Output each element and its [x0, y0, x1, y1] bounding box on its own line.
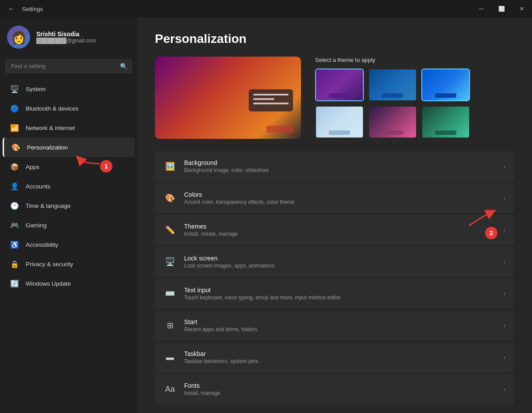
theme-thumb-5[interactable] — [368, 106, 417, 138]
sidebar-item-bluetooth[interactable]: 🔵 Bluetooth & devices — [3, 99, 135, 118]
nav-list: 🖥️ System 🔵 Bluetooth & devices 📶 Networ… — [0, 79, 137, 293]
textinput-text: Text input Touch keyboard, voice typing,… — [184, 287, 495, 301]
sidebar-item-accessibility[interactable]: ♿ Accessibility — [3, 235, 135, 254]
sidebar-item-time[interactable]: 🕐 Time & language — [3, 196, 135, 215]
settings-item-background[interactable]: 🖼️ Background Background image, color, s… — [155, 151, 514, 181]
theme-thumb-4[interactable] — [315, 106, 364, 138]
theme-preview-taskbar — [266, 126, 293, 133]
search-icon: 🔍 — [120, 63, 127, 70]
lockscreen-title: Lock screen — [184, 255, 495, 262]
titlebar: ← Settings — ⬜ ✕ — [0, 0, 532, 18]
sidebar-label-accessibility: Accessibility — [26, 241, 58, 248]
sidebar-item-network[interactable]: 📶 Network & internet — [3, 118, 135, 138]
minimize-button[interactable]: — — [471, 0, 491, 18]
sidebar-item-personalization[interactable]: 🎨 Personalization — [3, 138, 135, 157]
settings-item-textinput[interactable]: ⌨️ Text input Touch keyboard, voice typi… — [155, 279, 514, 309]
sidebar-label-bluetooth: Bluetooth & devices — [26, 105, 78, 112]
search-input[interactable] — [5, 59, 132, 73]
settings-item-colors[interactable]: 🎨 Colors Accent color, transparency effe… — [155, 183, 514, 213]
preview-bar-1 — [253, 94, 289, 96]
textinput-desc: Touch keyboard, voice typing, emoji and … — [184, 294, 495, 301]
themes-title: Themes — [184, 223, 495, 230]
start-chevron: › — [503, 322, 505, 329]
fonts-chevron: › — [503, 386, 505, 393]
sidebar-label-network: Network & internet — [26, 125, 75, 131]
lockscreen-desc: Lock screen images, apps, animations — [184, 263, 495, 269]
textinput-chevron: › — [503, 290, 505, 297]
theme-thumb-3[interactable] — [421, 69, 470, 101]
colors-chevron: › — [503, 195, 505, 202]
page-title: Personalization — [155, 32, 514, 46]
background-text: Background Background image, color, slid… — [184, 159, 495, 173]
themes-chevron: › — [503, 226, 505, 233]
sidebar-label-gaming: Gaming — [26, 222, 46, 229]
sidebar-label-privacy: Privacy & security — [26, 261, 73, 268]
taskbar-title: Taskbar — [184, 350, 495, 357]
close-button[interactable]: ✕ — [512, 0, 532, 18]
background-desc: Background image, color, slideshow — [184, 167, 495, 173]
textinput-title: Text input — [184, 287, 495, 294]
theme-section: Select a theme to apply — [155, 57, 514, 139]
settings-item-start[interactable]: ⊞ Start Recent apps and items, folders › — [155, 310, 514, 340]
theme-thumb-1[interactable] — [315, 69, 364, 101]
apps-icon: 📦 — [10, 162, 19, 172]
taskbar-desc: Taskbar behaviors, system pins — [184, 358, 495, 364]
sidebar-label-apps: Apps — [26, 164, 39, 170]
annotation-1: 1 — [100, 160, 112, 172]
system-icon: 🖥️ — [10, 84, 19, 94]
colors-icon: 🎨 — [164, 192, 176, 204]
themes-text: Themes Install, create, manage — [184, 223, 495, 237]
theme-preview-overlay — [249, 89, 293, 111]
settings-item-themes[interactable]: ✏️ Themes Install, create, manage › — [155, 215, 514, 245]
titlebar-left: ← Settings — [5, 4, 43, 14]
settings-item-taskbar[interactable]: ▬ Taskbar Taskbar behaviors, system pins… — [155, 342, 514, 372]
theme-thumb-2[interactable] — [368, 69, 417, 101]
sidebar-label-accounts: Accounts — [26, 183, 50, 190]
sidebar-label-update: Windows Update — [26, 280, 71, 287]
sidebar-item-system[interactable]: 🖥️ System — [3, 79, 135, 99]
user-name: Srishti Sisodia — [36, 31, 96, 38]
user-email: ████████@gmail.com — [36, 38, 96, 44]
avatar: 👩 — [7, 26, 30, 49]
theme-grid — [315, 69, 514, 138]
start-text: Start Recent apps and items, folders — [184, 318, 495, 333]
background-icon: 🖼️ — [164, 160, 176, 172]
settings-item-lockscreen[interactable]: 🖥️ Lock screen Lock screen images, apps,… — [155, 247, 514, 277]
themes-desc: Install, create, manage — [184, 231, 495, 237]
lockscreen-icon: 🖥️ — [164, 256, 176, 268]
user-info: Srishti Sisodia ████████@gmail.com — [36, 31, 96, 44]
colors-title: Colors — [184, 191, 495, 198]
sidebar-item-apps[interactable]: 📦 Apps — [3, 157, 135, 176]
lockscreen-chevron: › — [503, 258, 505, 265]
sidebar-item-privacy[interactable]: 🔒 Privacy & security — [3, 254, 135, 274]
accessibility-icon: ♿ — [10, 240, 19, 249]
colors-desc: Accent color, transparency effects, colo… — [184, 199, 495, 205]
fonts-icon: Aa — [164, 383, 176, 395]
settings-item-fonts[interactable]: Aa Fonts Install, manage › — [155, 374, 514, 404]
time-icon: 🕐 — [10, 201, 19, 210]
taskbar-chevron: › — [503, 354, 505, 361]
lockscreen-text: Lock screen Lock screen images, apps, an… — [184, 255, 495, 269]
search-bar: 🔍 — [5, 59, 132, 73]
sidebar-label-time: Time & language — [26, 203, 71, 209]
start-icon: ⊞ — [164, 319, 176, 332]
gaming-icon: 🎮 — [10, 220, 19, 230]
preview-bar-2 — [253, 98, 274, 100]
accounts-icon: 👤 — [10, 181, 19, 191]
theme-grid-section: Select a theme to apply — [315, 57, 514, 138]
sidebar-item-update[interactable]: 🔄 Windows Update — [3, 274, 135, 293]
theme-thumb-6[interactable] — [421, 106, 470, 138]
annotation-2: 2 — [485, 227, 497, 239]
main-content: Personalization Select a theme to apply — [137, 18, 532, 413]
taskbar-text: Taskbar Taskbar behaviors, system pins — [184, 350, 495, 364]
fonts-text: Fonts Install, manage — [184, 382, 495, 396]
back-button[interactable]: ← — [5, 4, 18, 14]
start-desc: Recent apps and items, folders — [184, 326, 495, 333]
bluetooth-icon: 🔵 — [10, 103, 19, 113]
personalization-icon: 🎨 — [11, 142, 21, 152]
sidebar-item-gaming[interactable]: 🎮 Gaming — [3, 215, 135, 235]
maximize-button[interactable]: ⬜ — [491, 0, 512, 18]
sidebar-item-accounts[interactable]: 👤 Accounts — [3, 176, 135, 196]
sidebar: 👩 Srishti Sisodia ████████@gmail.com 🔍 🖥… — [0, 18, 137, 413]
user-section: 👩 Srishti Sisodia ████████@gmail.com — [0, 18, 137, 57]
